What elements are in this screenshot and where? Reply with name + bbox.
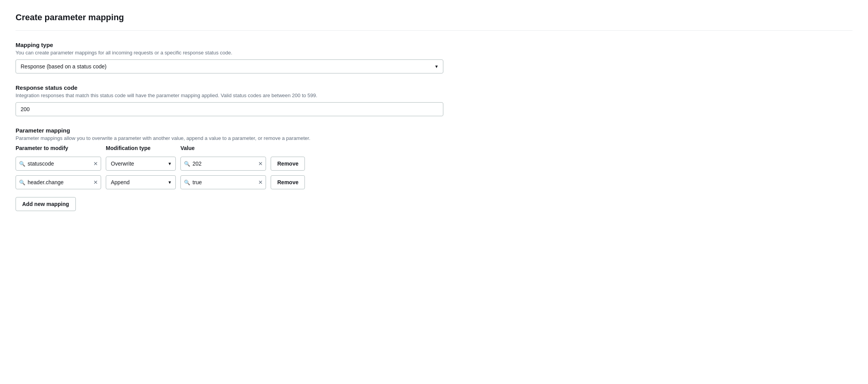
response-status-input[interactable] [16, 102, 443, 116]
value-search-wrapper-2: 🔍 ✕ [180, 175, 266, 189]
param-search-wrapper-1: 🔍 ✕ [16, 157, 101, 171]
response-status-section: Response status code Integration respons… [16, 84, 852, 116]
mapping-type-section: Mapping type You can create parameter ma… [16, 42, 852, 73]
param-input-1[interactable] [16, 157, 101, 171]
value-search-wrapper-1: 🔍 ✕ [180, 157, 266, 171]
col-header-param: Parameter to modify [16, 145, 101, 151]
mod-select-1[interactable]: Overwrite Append Remove [106, 157, 176, 171]
response-status-description: Integration responses that match this st… [16, 93, 852, 98]
col-header-value: Value [180, 145, 266, 151]
value-input-1[interactable] [180, 157, 266, 171]
parameter-mapping-description: Parameter mappings allow you to overwrit… [16, 135, 852, 141]
value-input-2[interactable] [180, 175, 266, 189]
param-clear-btn-2[interactable]: ✕ [93, 179, 98, 185]
param-input-2[interactable] [16, 175, 101, 189]
value-clear-btn-1[interactable]: ✕ [258, 161, 263, 167]
page-title: Create parameter mapping [16, 12, 852, 31]
mod-select-wrapper-1: Overwrite Append Remove ▼ [106, 157, 176, 171]
page-container: Create parameter mapping Mapping type Yo… [0, 0, 868, 384]
parameter-mapping-section: Parameter mapping Parameter mappings all… [16, 127, 852, 211]
param-clear-btn-1[interactable]: ✕ [93, 161, 98, 167]
mapping-row-2: 🔍 ✕ Overwrite Append Remove ▼ 🔍 ✕ Remove [16, 175, 852, 189]
mapping-type-select[interactable]: Response (based on a status code) Reques… [16, 59, 443, 73]
param-search-wrapper-2: 🔍 ✕ [16, 175, 101, 189]
mod-select-2[interactable]: Overwrite Append Remove [106, 175, 176, 189]
mapping-columns-header: Parameter to modify Modification type Va… [16, 145, 852, 154]
remove-btn-1[interactable]: Remove [271, 157, 305, 171]
mapping-row-1: 🔍 ✕ Overwrite Append Remove ▼ 🔍 ✕ Remove [16, 157, 852, 171]
col-header-mod: Modification type [106, 145, 176, 151]
response-status-label: Response status code [16, 84, 852, 91]
mapping-type-description: You can create parameter mappings for al… [16, 50, 852, 56]
parameter-mapping-label: Parameter mapping [16, 127, 852, 134]
mapping-type-label: Mapping type [16, 42, 852, 48]
mod-select-wrapper-2: Overwrite Append Remove ▼ [106, 175, 176, 189]
value-clear-btn-2[interactable]: ✕ [258, 179, 263, 185]
mapping-type-select-wrapper: Response (based on a status code) Reques… [16, 59, 443, 73]
add-mapping-button[interactable]: Add new mapping [16, 197, 76, 211]
remove-btn-2[interactable]: Remove [271, 175, 305, 189]
